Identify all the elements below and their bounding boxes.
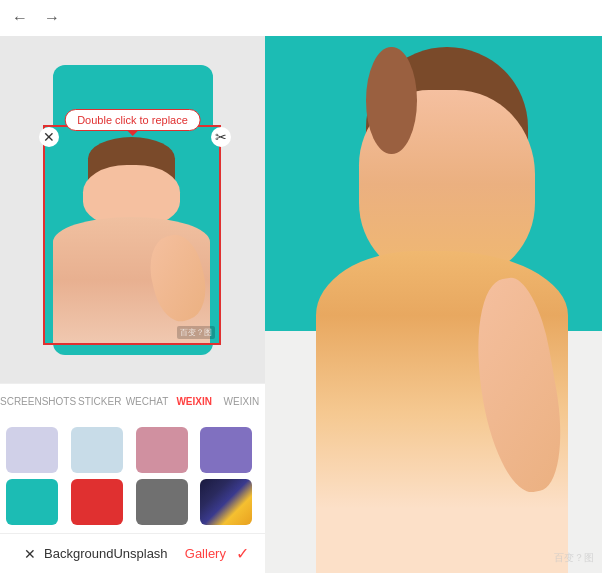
close-handle[interactable]: ✕ xyxy=(39,127,59,147)
swatch-red[interactable] xyxy=(71,479,123,525)
swatch-gray[interactable] xyxy=(136,479,188,525)
image-container[interactable]: 百变？图 xyxy=(43,125,221,345)
swatch-pink[interactable] xyxy=(136,427,188,473)
tab-weixin[interactable]: WEIXIN xyxy=(171,392,218,411)
tab-screenshots[interactable]: SCREENSHOTS xyxy=(0,392,76,411)
swatch-lightblue[interactable] xyxy=(71,427,123,473)
gallery-label[interactable]: Gallery xyxy=(175,546,236,561)
bottom-bar: ✕ Background Unsplash Gallery ✓ xyxy=(0,533,265,573)
tab-sticker[interactable]: STICKER xyxy=(76,392,123,411)
scissors-handle[interactable]: ✂ xyxy=(211,127,231,147)
tab-wechat[interactable]: WECHAT xyxy=(123,392,170,411)
watermark-left: 百变？图 xyxy=(177,326,215,339)
swatches-grid xyxy=(0,419,265,533)
forward-button[interactable]: → xyxy=(44,9,60,27)
tab-weixin2[interactable]: WEIXIN xyxy=(218,392,265,411)
swatch-teal[interactable] xyxy=(6,479,58,525)
swatch-photo[interactable] xyxy=(200,479,252,525)
replace-tooltip: Double click to replace xyxy=(64,109,201,131)
hair-side xyxy=(366,47,417,154)
large-preview xyxy=(265,36,602,573)
phone-frame: Double click to replace xyxy=(53,65,213,355)
back-button[interactable]: ← xyxy=(12,9,28,27)
canvas-area[interactable]: Double click to replace xyxy=(0,36,265,383)
main-content: Double click to replace xyxy=(0,36,602,573)
background-label: Background xyxy=(44,546,113,561)
right-panel: 百变？图 xyxy=(265,36,602,573)
watermark-right: 百变？图 xyxy=(554,551,594,565)
close-button[interactable]: ✕ xyxy=(16,542,44,566)
swatch-lavender[interactable] xyxy=(6,427,58,473)
confirm-button[interactable]: ✓ xyxy=(236,544,249,563)
format-tab-bar: SCREENSHOTS STICKER WECHAT WEIXIN WEIXIN xyxy=(0,383,265,419)
top-navigation: ← → xyxy=(0,0,602,36)
unsplash-label[interactable]: Unsplash xyxy=(113,546,174,561)
left-panel: Double click to replace xyxy=(0,36,265,573)
swatch-purple[interactable] xyxy=(200,427,252,473)
